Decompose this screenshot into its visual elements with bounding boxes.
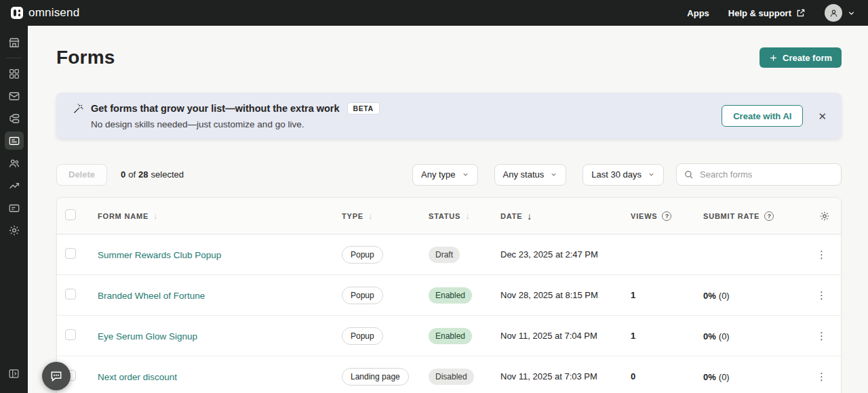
form-name-link[interactable]: Summer Rewards Club Popup (98, 250, 221, 260)
main-content: Forms Create form Get forms that grow yo… (28, 26, 868, 393)
omnisend-logo-icon (11, 7, 23, 19)
status-filter-dropdown[interactable]: Any status (494, 164, 567, 186)
collapse-sidebar-icon[interactable] (5, 365, 24, 383)
chevron-down-icon (847, 9, 856, 18)
table-row: Eye Serum Glow Signup Popup Enabled Nov … (57, 316, 841, 356)
chat-bubble-icon (50, 369, 63, 383)
delete-button[interactable]: Delete (56, 164, 107, 186)
forms-icon[interactable] (5, 131, 24, 150)
settings-gear-icon[interactable] (5, 221, 24, 239)
views-cell: 1 (620, 290, 692, 300)
type-badge: Popup (342, 287, 383, 304)
date-range-dropdown[interactable]: Last 30 days (583, 164, 664, 186)
form-name-link[interactable]: Eye Serum Glow Signup (98, 331, 197, 342)
audience-icon[interactable] (5, 154, 24, 172)
reports-icon[interactable] (5, 176, 24, 194)
status-badge: Enabled (429, 328, 472, 344)
magic-wand-icon (73, 103, 84, 115)
sort-icon: ↓ (153, 211, 158, 221)
plus-icon (769, 54, 778, 62)
row-menu-button[interactable]: ⋮ (814, 289, 830, 302)
external-link-icon (796, 8, 806, 18)
forms-table: FORM NAME↓ TYPE↓ STATUS↓ DATE↓ VIEWS? SU… (56, 197, 842, 393)
chat-launcher-button[interactable] (42, 362, 71, 390)
table-header-row: FORM NAME↓ TYPE↓ STATUS↓ DATE↓ VIEWS? SU… (57, 198, 841, 234)
type-badge: Landing page (342, 368, 409, 386)
brand[interactable]: omnisend (11, 6, 79, 20)
sidebar-divider (6, 58, 22, 58)
help-support-link[interactable]: Help & support (728, 8, 806, 18)
help-icon[interactable]: ? (764, 211, 774, 221)
email-icon[interactable] (5, 87, 24, 105)
search-icon (684, 169, 694, 180)
brand-name: omnisend (28, 6, 79, 20)
views-cell: 1 (620, 331, 692, 341)
column-views[interactable]: VIEWS? (620, 211, 692, 221)
account-menu[interactable] (825, 4, 856, 22)
banner-subtitle: No design skills needed—just customize a… (91, 119, 380, 129)
search-input[interactable] (676, 163, 842, 186)
column-submit-rate[interactable]: SUBMIT RATE? (692, 211, 787, 221)
sort-icon: ↓ (368, 211, 373, 221)
date-cell: Dec 23, 2025 at 2:47 PM (500, 249, 620, 260)
row-checkbox[interactable] (65, 329, 76, 340)
type-filter-label: Any type (421, 169, 456, 180)
chevron-down-icon (462, 171, 469, 178)
type-badge: Popup (342, 327, 383, 345)
create-form-button[interactable]: Create form (760, 47, 842, 68)
submit-rate-cell: 0%(0) (692, 330, 787, 342)
reviews-icon[interactable] (5, 199, 24, 217)
beta-badge: BETA (347, 102, 380, 115)
sort-icon: ↓ (465, 211, 470, 221)
create-form-label: Create form (783, 53, 832, 63)
table-settings-icon[interactable] (819, 211, 830, 222)
row-menu-button[interactable]: ⋮ (814, 371, 830, 383)
avatar (825, 4, 842, 22)
date-cell: Nov 11, 2025 at 7:03 PM (500, 371, 620, 381)
banner-title: Get forms that grow your list—without th… (91, 103, 340, 114)
chevron-down-icon (648, 171, 655, 178)
status-filter-label: Any status (503, 169, 545, 180)
help-label: Help & support (728, 8, 791, 18)
table-body: Summer Rewards Club Popup Popup Draft De… (57, 234, 841, 393)
column-type[interactable]: TYPE↓ (342, 211, 429, 221)
chevron-down-icon (550, 171, 557, 178)
selected-count-text: 0of28selected (121, 169, 186, 180)
column-date[interactable]: DATE↓ (500, 211, 620, 222)
status-badge: Disabled (429, 369, 474, 385)
form-name-link[interactable]: Branded Wheel of Fortune (98, 291, 205, 301)
date-range-label: Last 30 days (591, 169, 642, 180)
ai-promo-banner: Get forms that grow your list—without th… (56, 93, 842, 139)
table-row: Branded Wheel of Fortune Popup Enabled N… (57, 275, 841, 316)
help-icon[interactable]: ? (662, 211, 671, 221)
table-row: Summer Rewards Club Popup Popup Draft De… (57, 234, 841, 275)
status-badge: Enabled (429, 287, 472, 304)
automation-icon[interactable] (5, 109, 24, 127)
apps-label: Apps (687, 8, 709, 18)
grid-icon[interactable] (5, 64, 24, 83)
column-form-name[interactable]: FORM NAME↓ (90, 211, 342, 221)
date-cell: Nov 11, 2025 at 7:04 PM (500, 331, 620, 341)
form-name-link[interactable]: Next order discount (98, 372, 177, 382)
row-checkbox[interactable] (65, 289, 76, 299)
submit-rate-cell: 0%(0) (692, 371, 787, 383)
storefront-icon[interactable] (5, 33, 24, 51)
user-icon (829, 8, 839, 18)
type-badge: Popup (342, 246, 383, 264)
type-filter-dropdown[interactable]: Any type (412, 164, 478, 186)
select-all-checkbox[interactable] (65, 209, 76, 220)
close-icon[interactable]: ✕ (816, 110, 828, 123)
create-with-ai-button[interactable]: Create with AI (722, 105, 803, 127)
submit-rate-cell (692, 249, 787, 261)
list-toolbar: Delete 0of28selected Any type Any status… (56, 163, 842, 186)
views-cell: 0 (620, 371, 692, 381)
submit-rate-cell: 0%(0) (692, 289, 787, 302)
row-checkbox[interactable] (65, 248, 76, 259)
row-menu-button[interactable]: ⋮ (814, 249, 830, 261)
column-status[interactable]: STATUS↓ (429, 211, 500, 221)
row-menu-button[interactable]: ⋮ (814, 330, 830, 342)
apps-link[interactable]: Apps (687, 8, 709, 18)
status-badge: Draft (429, 247, 460, 263)
sort-active-icon: ↓ (527, 211, 532, 222)
topbar: omnisend Apps Help & support (0, 0, 868, 26)
